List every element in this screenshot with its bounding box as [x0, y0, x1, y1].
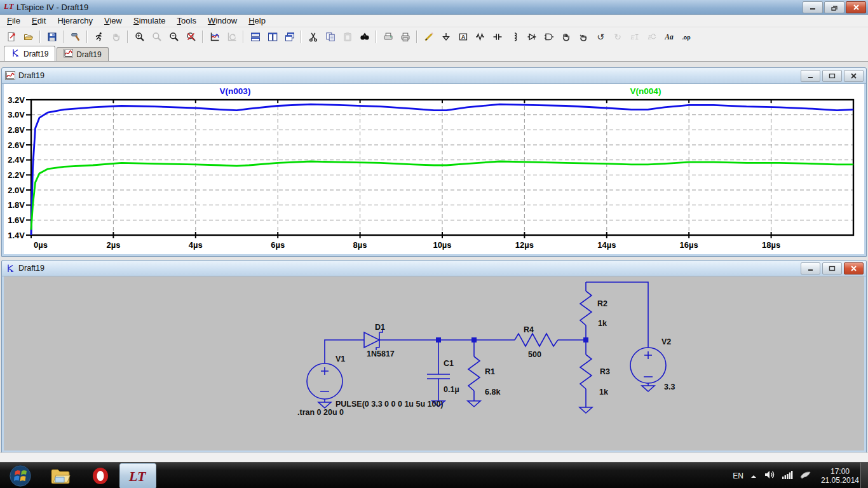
menu-window[interactable]: Window — [202, 15, 243, 26]
control-panel-icon[interactable] — [67, 29, 84, 45]
plot-settings-icon[interactable] — [206, 29, 223, 45]
waveform-window-icon — [5, 71, 15, 81]
waveform-window-titlebar[interactable]: Draft19 — [2, 68, 866, 84]
print-icon[interactable] — [397, 29, 414, 45]
component-icon[interactable] — [540, 29, 557, 45]
language-indicator[interactable]: EN — [733, 471, 743, 480]
label-net-icon[interactable]: A — [454, 29, 471, 45]
minimize-button[interactable] — [803, 1, 823, 13]
tray-utility-icon[interactable] — [799, 470, 812, 482]
inductor-icon[interactable] — [506, 29, 523, 45]
schematic-drawing[interactable]: V1PULSE(0 3.3 0 0 0 1u 5u 100)D11N5817C1… — [4, 276, 864, 449]
run-icon[interactable] — [90, 29, 107, 45]
schematic-canvas[interactable]: V1PULSE(0 3.3 0 0 0 1u 5u 100)D11N5817C1… — [4, 276, 864, 451]
menu-hierarchy[interactable]: Hierarchy — [51, 15, 98, 26]
component-value-V2: 3.3 — [664, 383, 675, 391]
waveform-plot-pane[interactable]: 3.2V3.0V2.8V2.6V2.4V2.2V2.0V1.8V1.6V1.4V… — [4, 84, 864, 254]
restore-button[interactable] — [824, 1, 844, 13]
zoom-in-icon[interactable] — [131, 29, 148, 45]
ground-icon[interactable] — [437, 29, 454, 45]
y-tick-label: 3.2V — [8, 95, 25, 105]
zoom-out-icon[interactable] — [165, 29, 182, 45]
menu-help[interactable]: Help — [243, 15, 271, 26]
component-value-R3: 1k — [599, 388, 608, 396]
drag-icon[interactable] — [574, 29, 592, 45]
copy-icon[interactable] — [322, 29, 339, 45]
close-button[interactable] — [846, 1, 866, 13]
schematic-close-button[interactable] — [844, 262, 864, 274]
tab-schematic-draft19[interactable]: Draft19 — [4, 46, 55, 61]
ltspice-taskbar-button[interactable]: LT — [119, 463, 156, 488]
toolbar: A↺↻EEAa.op — [0, 27, 868, 46]
undo-icon[interactable]: ↺ — [592, 29, 609, 45]
text-icon[interactable]: Aa — [660, 29, 677, 45]
wire-icon[interactable] — [420, 29, 437, 45]
component-value-V1: PULSE(0 3.3 0 0 0 1u 5u 100) — [336, 400, 444, 409]
explorer-button[interactable] — [44, 463, 78, 488]
clock[interactable]: 17:00 21.05.2014 — [821, 467, 859, 485]
component-R1[interactable] — [468, 356, 480, 391]
menu-simulate[interactable]: Simulate — [128, 15, 172, 26]
tab-bar: Draft19Draft19 — [0, 45, 868, 62]
clock-time: 17:00 — [821, 467, 859, 476]
component-R4[interactable] — [515, 334, 558, 346]
component-R3[interactable] — [580, 355, 592, 389]
menu-edit[interactable]: Edit — [26, 15, 51, 26]
x-tick-label: 4µs — [189, 240, 203, 250]
zoom-full-icon[interactable] — [182, 29, 200, 45]
show-desktop-button[interactable] — [860, 463, 868, 488]
app-title: LTspice IV - Draft19 — [17, 3, 88, 12]
network-icon[interactable] — [782, 470, 793, 482]
waveform-plot[interactable]: 3.2V3.0V2.8V2.6V2.4V2.2V2.0V1.8V1.6V1.4V… — [4, 84, 864, 253]
y-tick-label: 3.0V — [8, 110, 25, 119]
open-icon[interactable] — [20, 29, 37, 45]
component-D1[interactable] — [364, 332, 379, 348]
save-icon[interactable] — [43, 29, 60, 45]
waveform-minimize-button[interactable] — [801, 70, 820, 82]
new-schematic-icon[interactable] — [3, 29, 20, 45]
mdi-area: Draft19 3.2V3.0V2.8V2.6V2.4V2.2V2.0V1.8V… — [0, 61, 868, 453]
spice-directive-icon[interactable]: .op — [677, 29, 695, 45]
waveform-maximize-button[interactable] — [822, 70, 842, 82]
schematic-tab-icon — [11, 48, 20, 59]
halt-icon — [107, 29, 125, 45]
tray-expand-icon[interactable] — [750, 470, 757, 482]
component-R2[interactable] — [580, 291, 592, 325]
menu-view[interactable]: View — [98, 15, 128, 26]
component-value-D1: 1N5817 — [367, 349, 395, 358]
menu-tools[interactable]: Tools — [172, 15, 202, 26]
start-button[interactable] — [4, 463, 37, 488]
menu-file[interactable]: File — [1, 15, 26, 26]
svg-text:.op: .op — [682, 34, 691, 40]
cut-icon[interactable] — [304, 29, 322, 45]
tile-vertical-icon[interactable] — [264, 29, 281, 45]
component-C1[interactable] — [427, 374, 450, 379]
toolbar-separator — [39, 30, 41, 43]
volume-icon[interactable] — [764, 470, 775, 482]
svg-text:A: A — [461, 33, 465, 39]
move-icon[interactable] — [557, 29, 574, 45]
schematic-minimize-button[interactable] — [801, 262, 820, 274]
x-tick-label: 0µs — [34, 240, 48, 250]
component-value-R1: 6.8k — [485, 388, 500, 396]
waveform-close-button[interactable] — [844, 70, 864, 82]
svg-text:LT: LT — [128, 468, 147, 484]
status-bar — [0, 452, 868, 463]
trace-label-V(n004)[interactable]: V(n004) — [630, 86, 661, 96]
y-tick-label: 1.6V — [8, 215, 25, 225]
opera-button[interactable] — [84, 463, 117, 488]
toolbar-separator — [301, 30, 302, 43]
resistor-icon[interactable] — [471, 29, 489, 45]
trace-label-V(n003)[interactable]: V(n003) — [220, 86, 251, 96]
find-icon[interactable] — [356, 29, 373, 45]
tile-horizontal-icon[interactable] — [247, 29, 264, 45]
print-preview-icon[interactable] — [379, 29, 397, 45]
schematic-window-titlebar[interactable]: Draft19 — [2, 261, 866, 276]
diode-icon[interactable] — [523, 29, 540, 45]
app-titlebar[interactable]: LT LTspice IV - Draft19 — [0, 0, 868, 15]
cascade-icon[interactable] — [281, 29, 298, 45]
tab-waveform-draft19[interactable]: Draft19 — [57, 47, 108, 61]
schematic-maximize-button[interactable] — [822, 262, 842, 274]
capacitor-icon[interactable] — [489, 29, 506, 45]
tab-label: Draft19 — [24, 50, 48, 58]
